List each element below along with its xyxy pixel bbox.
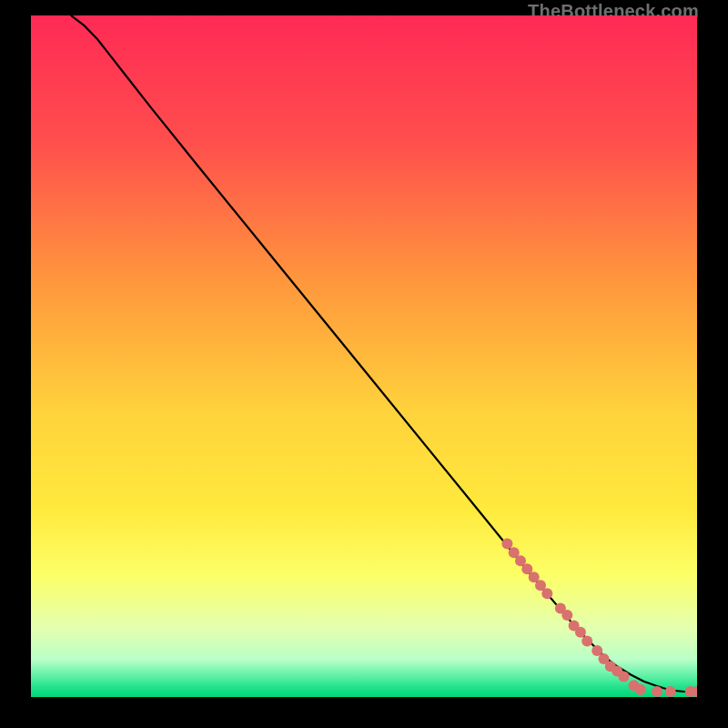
marker-dot <box>575 627 586 638</box>
marker-dot <box>652 686 662 697</box>
marker-dot <box>635 684 646 695</box>
gradient-background <box>31 15 697 697</box>
marker-dot <box>619 672 630 682</box>
marker-dot <box>541 588 552 599</box>
marker-dot <box>561 610 572 621</box>
plot-area <box>31 15 697 697</box>
marker-dot <box>501 539 512 550</box>
chart-frame: TheBottleneck.com <box>0 0 728 728</box>
marker-dot <box>665 686 676 697</box>
marker-dot <box>581 636 592 647</box>
chart-svg <box>31 15 697 697</box>
